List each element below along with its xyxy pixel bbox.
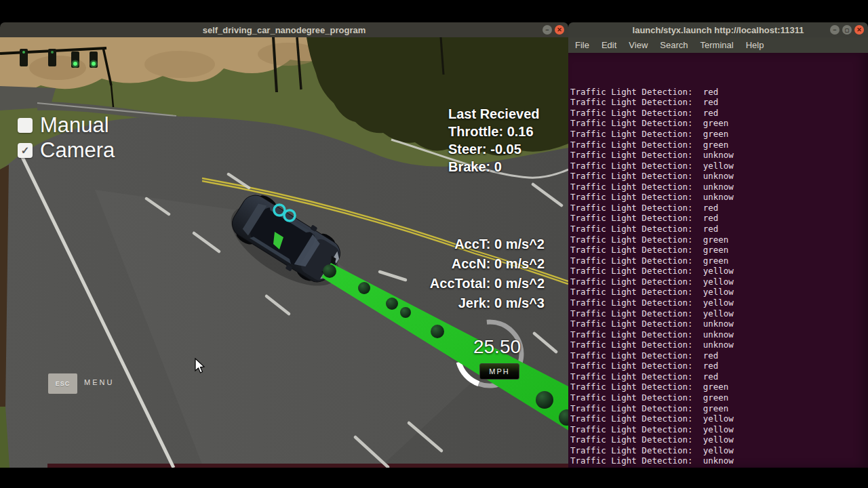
- detection-value: red: [693, 97, 719, 107]
- detection-value: green: [693, 129, 729, 139]
- terminal-line: Traffic Light Detection: yellow: [570, 434, 868, 445]
- esc-key-button[interactable]: ESC: [48, 373, 77, 394]
- simulator-titlebar[interactable]: self_driving_car_nanodegree_program − ✕: [0, 22, 568, 37]
- menu-terminal[interactable]: Terminal: [694, 37, 740, 53]
- terminal-line: Traffic Light Detection: unknow: [570, 150, 868, 161]
- detection-value: unknow: [693, 329, 734, 340]
- terminal-window: launch/styx.launch http://localhost:1131…: [568, 22, 868, 468]
- terminal-titlebar[interactable]: launch/styx.launch http://localhost:1131…: [568, 22, 868, 37]
- terminal-line: Traffic Light Detection: red: [570, 97, 868, 108]
- detection-value: green: [693, 245, 729, 255]
- terminal-line: Traffic Light Detection: red: [570, 371, 868, 382]
- simulator-window: self_driving_car_nanodegree_program − ✕: [0, 22, 568, 468]
- menu-edit[interactable]: Edit: [595, 37, 623, 53]
- maximize-icon[interactable]: ▢: [842, 25, 852, 35]
- hill-mound: [144, 51, 215, 78]
- acct-value: AccT: 0 m/s^2: [430, 235, 545, 254]
- simulator-viewport[interactable]: Manual ✓ Camera Last Recieved Throttle: …: [0, 37, 568, 468]
- detection-value: unknow: [693, 319, 734, 329]
- detection-value: red: [693, 371, 719, 382]
- terminal-line: Traffic Light Detection: green: [570, 392, 868, 403]
- detection-value: red: [693, 224, 719, 234]
- terminal-line: Traffic Light Detection: unknow: [570, 182, 868, 192]
- detection-value: yellow: [693, 277, 734, 287]
- terminal-line: Traffic Light Detection: green: [570, 256, 868, 266]
- last-received-panel: Last Recieved Throttle: 0.16 Steer: -0.0…: [448, 105, 540, 176]
- terminal-line: Traffic Light Detection: unknow: [570, 455, 868, 466]
- terminal-line: Traffic Light Detection: green: [570, 129, 868, 140]
- terminal-title: launch/styx.launch http://localhost:1131…: [633, 25, 804, 35]
- detection-value: unknow: [693, 340, 734, 350]
- detection-value: red: [693, 203, 719, 213]
- brake-value: Brake: 0: [448, 158, 540, 176]
- last-received-title: Last Recieved: [448, 105, 540, 123]
- terminal-line: Traffic Light Detection: yellow: [570, 298, 868, 308]
- detection-value: unknow: [693, 455, 734, 466]
- terminal-line: Traffic Light Detection: red: [570, 203, 868, 214]
- accn-value: AccN: 0 m/s^2: [430, 254, 545, 274]
- detection-value: yellow: [693, 287, 734, 297]
- detection-value: unknow: [693, 150, 734, 160]
- camera-checkbox-label: Camera: [40, 138, 115, 163]
- close-icon[interactable]: ✕: [555, 25, 564, 35]
- detection-value: unknow: [693, 171, 734, 181]
- terminal-line: Traffic Light Detection: green: [570, 245, 868, 256]
- terminal-line: Traffic Light Detection: red: [570, 224, 868, 235]
- terminal-line: Traffic Light Detection: unknow: [570, 466, 868, 468]
- menu-label: MENU: [84, 378, 114, 386]
- speed-unit-badge: MPH: [479, 363, 519, 380]
- detection-value: yellow: [693, 298, 734, 308]
- detection-value: unknow: [693, 182, 734, 192]
- terminal-line: Traffic Light Detection: red: [570, 350, 868, 361]
- detection-value: green: [693, 392, 729, 403]
- camera-checkbox-row[interactable]: ✓ Camera: [18, 138, 115, 163]
- terminal-line: Traffic Light Detection: unknow: [570, 319, 868, 329]
- terminal-line: Traffic Light Detection: unknow: [570, 329, 868, 340]
- detection-value: yellow: [693, 424, 734, 434]
- terminal-line: Traffic Light Detection: red: [570, 213, 868, 224]
- terminal-line: Traffic Light Detection: green: [570, 403, 868, 414]
- terminal-line: Traffic Light Detection: yellow: [570, 424, 868, 435]
- detection-value: red: [693, 108, 719, 118]
- terminal-screen[interactable]: Traffic Light Detection: redTraffic Ligh…: [568, 53, 868, 468]
- throttle-value: Throttle: 0.16: [448, 123, 540, 140]
- terminal-line: Traffic Light Detection: yellow: [570, 266, 868, 277]
- manual-checkbox-row[interactable]: Manual: [18, 113, 109, 138]
- close-icon[interactable]: ✕: [854, 25, 864, 35]
- minimize-icon[interactable]: −: [542, 25, 552, 35]
- terminal-output: Traffic Light Detection: redTraffic Ligh…: [568, 53, 868, 468]
- terminal-line: Traffic Light Detection: unknow: [570, 340, 868, 350]
- manual-checkbox[interactable]: [18, 118, 33, 133]
- acceleration-panel: AccT: 0 m/s^2 AccN: 0 m/s^2 AccTotal: 0 …: [430, 235, 545, 313]
- speed-value: 25.50: [468, 336, 526, 358]
- detection-value: green: [693, 118, 729, 128]
- steer-value: Steer: -0.05: [448, 140, 540, 158]
- terminal-line: Traffic Light Detection: unknow: [570, 192, 868, 203]
- minimize-icon[interactable]: −: [830, 25, 840, 35]
- menu-view[interactable]: View: [623, 37, 654, 53]
- menu-search[interactable]: Search: [654, 37, 694, 53]
- terminal-line: Traffic Light Detection: red: [570, 87, 868, 98]
- detection-value: unknow: [693, 192, 734, 202]
- terminal-line: Traffic Light Detection: red: [570, 361, 868, 371]
- menu-help[interactable]: Help: [740, 37, 770, 53]
- detection-value: red: [693, 350, 719, 361]
- terminal-menubar: File Edit View Search Terminal Help: [568, 37, 868, 53]
- detection-value: red: [693, 361, 719, 371]
- terminal-line: Traffic Light Detection: yellow: [570, 287, 868, 298]
- detection-value: green: [693, 140, 729, 150]
- bottom-strip: [47, 464, 568, 468]
- terminal-line: Traffic Light Detection: unknow: [570, 171, 868, 182]
- speed-unit: MPH: [489, 367, 509, 375]
- terminal-line: Traffic Light Detection: green: [570, 235, 868, 245]
- esc-key-label: ESC: [56, 380, 71, 387]
- detection-value: unknow: [693, 466, 734, 468]
- camera-checkbox[interactable]: ✓: [18, 143, 33, 158]
- detection-value: yellow: [693, 445, 734, 455]
- detection-value: yellow: [693, 434, 734, 445]
- terminal-line: Traffic Light Detection: green: [570, 382, 868, 392]
- terminal-line: Traffic Light Detection: yellow: [570, 277, 868, 287]
- simulator-title: self_driving_car_nanodegree_program: [203, 25, 366, 35]
- menu-file[interactable]: File: [569, 37, 595, 53]
- terminal-line: Traffic Light Detection: green: [570, 140, 868, 150]
